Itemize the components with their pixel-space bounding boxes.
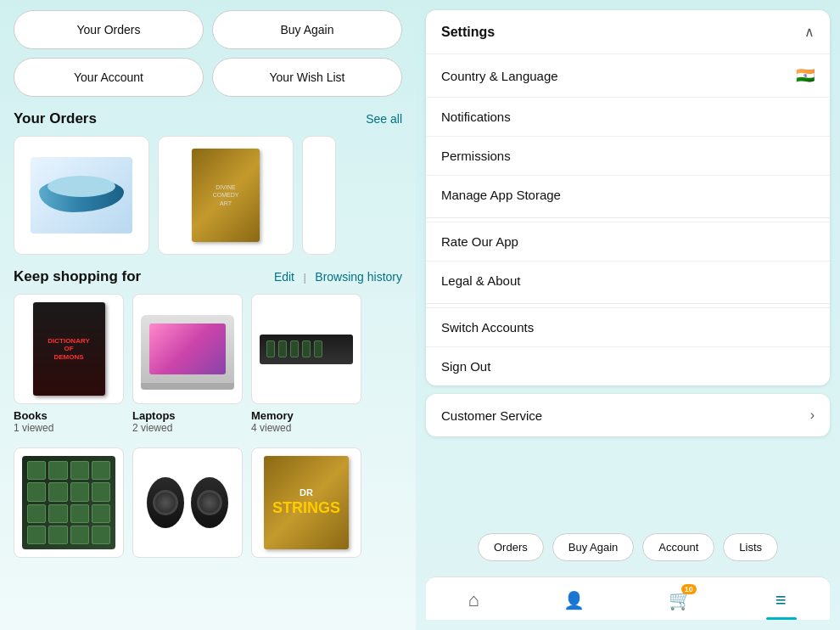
right-panel: Settings ∧ Country & Language 🇮🇳 Notific… <box>416 0 840 630</box>
india-flag-icon: 🇮🇳 <box>796 66 815 85</box>
settings-item-notifications[interactable]: Notifications <box>426 97 830 136</box>
settings-card: Settings ∧ Country & Language 🇮🇳 Notific… <box>426 10 830 385</box>
bottom-tab-bar: ⌂ 👤 🛒 10 ≡ <box>426 577 830 620</box>
bottom-nav-area: Orders Buy Again Account Lists ⌂ 👤 🛒 10 … <box>426 526 830 620</box>
order-card-2[interactable]: DIVINECOMEDYART <box>158 136 294 255</box>
chevron-up-icon: ∧ <box>804 24 815 40</box>
insole-image <box>31 157 132 233</box>
product-item-speakers <box>132 447 243 563</box>
top-nav-buttons: Your Orders Buy Again Your Account Your … <box>14 10 402 97</box>
buy-again-shortcut-btn[interactable]: Buy Again <box>552 533 635 561</box>
shortcut-bar: Orders Buy Again Account Lists <box>426 526 830 568</box>
product-item-mobo <box>14 447 124 563</box>
shopping-controls: Edit | Browsing history <box>274 269 402 284</box>
product-name-laptops: Laptops <box>132 409 176 422</box>
shopping-section-header: Keep shopping for Edit | Browsing histor… <box>14 268 402 285</box>
switch-accounts-label: Switch Accounts <box>441 320 815 335</box>
settings-item-switch-accounts[interactable]: Switch Accounts <box>426 307 830 346</box>
settings-item-rate-app[interactable]: Rate Our App <box>426 222 830 261</box>
mobo-image <box>22 456 115 549</box>
settings-item-country-language[interactable]: Country & Language 🇮🇳 <box>426 53 830 97</box>
account-shortcut-btn[interactable]: Account <box>642 533 714 561</box>
order-card-3[interactable] <box>302 136 336 255</box>
permissions-label: Permissions <box>441 149 815 163</box>
product-item-laptops: Laptops 2 viewed <box>132 294 243 434</box>
shopping-title: Keep shopping for <box>14 268 141 285</box>
edit-link[interactable]: Edit <box>274 270 294 284</box>
product-item-strings: DRSTRINGS <box>251 447 361 563</box>
order-card-1[interactable] <box>14 136 149 255</box>
left-panel: Your Orders Buy Again Your Account Your … <box>0 0 416 630</box>
strings-image: DRSTRINGS <box>264 456 349 549</box>
cart-tab[interactable]: 🛒 10 <box>657 586 703 615</box>
your-wish-list-button[interactable]: Your Wish List <box>212 58 402 97</box>
settings-header[interactable]: Settings ∧ <box>426 10 830 53</box>
laptop-image <box>141 315 234 383</box>
settings-divider-1 <box>426 217 830 218</box>
orders-section-header: Your Orders See all <box>14 110 402 127</box>
menu-icon: ≡ <box>776 589 788 611</box>
chevron-right-icon: › <box>810 408 815 423</box>
settings-title: Settings <box>441 25 495 40</box>
product-name-books: Books <box>14 409 48 422</box>
browsing-history-link[interactable]: Browsing history <box>315 270 402 284</box>
speakers-image <box>141 473 234 532</box>
demons-book-image: DICTIONARYOFDEMONS <box>33 302 105 396</box>
tab-active-indicator <box>766 617 797 620</box>
product-grid-bottom: DRSTRINGS <box>14 447 402 563</box>
see-all-link[interactable]: See all <box>366 112 402 126</box>
rate-app-label: Rate Our App <box>441 234 815 249</box>
account-tab[interactable]: 👤 <box>552 587 596 614</box>
product-card-strings[interactable]: DRSTRINGS <box>251 447 361 558</box>
your-account-button[interactable]: Your Account <box>14 58 204 97</box>
orders-row: DIVINECOMEDYART <box>14 136 402 255</box>
orders-title: Your Orders <box>14 110 97 127</box>
product-card-laptops[interactable] <box>132 294 243 404</box>
product-item-memory: Memory 4 viewed <box>251 294 361 434</box>
customer-service-row[interactable]: Customer Service › <box>426 394 830 436</box>
settings-item-sign-out[interactable]: Sign Out <box>426 346 830 385</box>
product-card-speakers[interactable] <box>132 447 243 558</box>
product-viewed-books: 1 viewed <box>14 422 53 434</box>
legal-label: Legal & About <box>441 273 815 288</box>
product-name-memory: Memory <box>251 409 294 422</box>
customer-service-label: Customer Service <box>441 408 542 423</box>
product-item-books: DICTIONARYOFDEMONS Books 1 viewed <box>14 294 124 434</box>
menu-tab[interactable]: ≡ <box>764 586 800 615</box>
manage-storage-label: Manage App Storage <box>441 188 815 202</box>
product-card-memory[interactable] <box>251 294 361 404</box>
home-tab[interactable]: ⌂ <box>456 586 490 615</box>
product-viewed-laptops: 2 viewed <box>132 422 172 434</box>
product-grid-top: DICTIONARYOFDEMONS Books 1 viewed Laptop… <box>14 294 402 434</box>
product-card-books[interactable]: DICTIONARYOFDEMONS <box>14 294 124 404</box>
separator: | <box>303 271 305 284</box>
settings-item-legal[interactable]: Legal & About <box>426 261 830 300</box>
buy-again-button[interactable]: Buy Again <box>212 10 402 49</box>
your-orders-button[interactable]: Your Orders <box>14 10 204 49</box>
customer-service-card: Customer Service › <box>426 394 830 436</box>
settings-divider-2 <box>426 303 830 304</box>
orders-shortcut-btn[interactable]: Orders <box>478 533 544 561</box>
sign-out-label: Sign Out <box>441 359 815 374</box>
settings-item-manage-storage[interactable]: Manage App Storage <box>426 175 830 214</box>
ram-image <box>260 335 353 364</box>
country-language-label: Country & Language <box>441 69 789 83</box>
notifications-label: Notifications <box>441 110 815 124</box>
product-viewed-memory: 4 viewed <box>251 422 291 434</box>
cart-badge: 10 <box>681 584 697 594</box>
book-image: DIVINECOMEDYART <box>192 149 260 242</box>
settings-item-permissions[interactable]: Permissions <box>426 136 830 175</box>
home-icon: ⌂ <box>468 589 479 611</box>
account-icon: 👤 <box>563 590 585 610</box>
product-card-mobo[interactable] <box>14 447 124 558</box>
lists-shortcut-btn[interactable]: Lists <box>723 533 778 561</box>
